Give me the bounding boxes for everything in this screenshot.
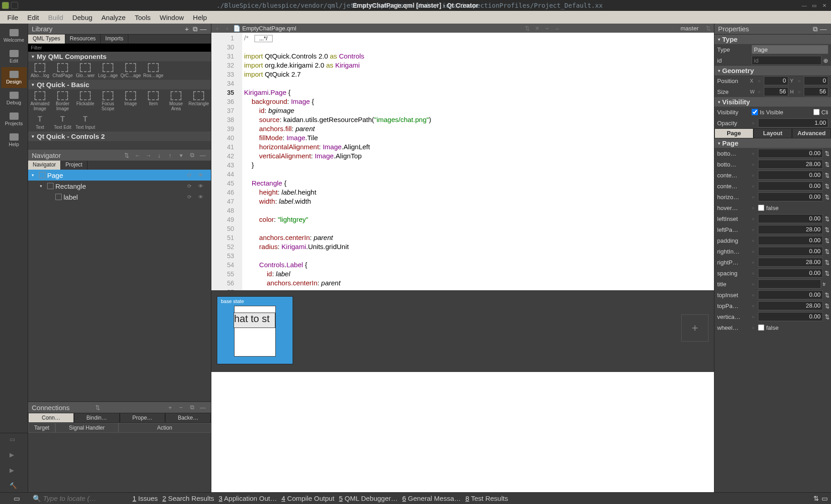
nav-down-icon[interactable]: ↓ (155, 152, 164, 159)
connections-column[interactable]: Target (28, 423, 55, 433)
property-value[interactable]: 0.00 (758, 269, 823, 278)
conn-add-icon[interactable]: + (166, 404, 175, 411)
export-icon[interactable]: ⟳ (187, 183, 196, 189)
type-section[interactable]: Type (714, 34, 831, 44)
run-icon[interactable]: ▶ (10, 451, 19, 459)
property-value[interactable]: 0.00 (758, 214, 823, 223)
connections-column[interactable]: Action (118, 423, 211, 433)
conn-menu-icon[interactable]: ⇅ (93, 404, 103, 411)
id-field[interactable]: id (752, 56, 821, 65)
output-tab[interactable]: 6 General Messa… (401, 494, 463, 502)
nav-menu-icon[interactable]: ⇅ (122, 152, 131, 159)
prop-tab-0[interactable]: Page (714, 128, 753, 138)
connections-tab-0[interactable]: Conn… (28, 413, 74, 423)
navigator-tree[interactable]: ▾Page⟳👁▾Rectangle⟳👁label⟳👁 (28, 170, 211, 401)
library-item[interactable]: Abo…log (29, 63, 51, 78)
nav-fwd-icon[interactable]: → (144, 152, 153, 159)
is-visible-checkbox[interactable] (752, 109, 758, 115)
git-branch[interactable]: master (677, 25, 702, 32)
output-tab[interactable]: 5 QML Debugger… (337, 494, 400, 502)
library-item[interactable]: Mouse Area (165, 91, 187, 111)
code-content[interactable]: /* ...*/ import QtQuick.Controls 2.0 as … (242, 33, 714, 290)
add-icon[interactable]: + (183, 25, 191, 33)
property-value[interactable]: 0.00 (758, 149, 823, 158)
menu-analyze[interactable]: Analyze (97, 14, 130, 21)
id-export-icon[interactable]: ⊕ (823, 57, 828, 64)
opacity-field[interactable]: 1.00 (758, 118, 828, 127)
mode-design[interactable]: Design (1, 67, 27, 88)
library-item[interactable]: Item (142, 91, 164, 111)
nav-collapse-icon[interactable]: — (198, 152, 207, 159)
output-tab[interactable]: 8 Test Results (464, 494, 510, 502)
library-item[interactable]: Ros…age (142, 63, 164, 78)
menu-edit[interactable]: Edit (23, 14, 44, 21)
property-text[interactable] (758, 279, 821, 289)
tab-prev-icon[interactable]: ‹ (213, 25, 221, 32)
property-value[interactable]: 0.00 (758, 171, 823, 180)
library-tab-1[interactable]: Resources (65, 34, 101, 44)
conn-detach-icon[interactable]: ⧉ (187, 404, 196, 411)
prop-detach-icon[interactable]: ⧉ (811, 25, 819, 33)
h-field[interactable]: 56 (804, 87, 828, 96)
connections-column[interactable]: Signal Handler (55, 423, 118, 433)
run-debug-icon[interactable]: ▶ (10, 467, 19, 474)
property-value[interactable]: 0.00 (758, 290, 823, 299)
library-item[interactable]: Glo…wer (74, 63, 96, 78)
detach-icon[interactable]: ⧉ (191, 25, 199, 33)
mode-help[interactable]: Help (1, 130, 27, 151)
build-icon[interactable]: 🔨 (10, 482, 19, 489)
property-value[interactable]: 28.00 (758, 258, 823, 267)
prop-tab-1[interactable]: Layout (753, 128, 792, 138)
library-item[interactable]: Image (120, 91, 142, 111)
nav-node[interactable]: label⟳👁 (28, 191, 211, 202)
nav-filter-icon[interactable]: ▾ (176, 152, 186, 159)
state-base[interactable]: base state hat to st (217, 296, 293, 364)
library-filter[interactable]: Filter (28, 44, 211, 52)
close-icon[interactable]: ✕ (819, 3, 829, 9)
property-checkbox[interactable] (758, 324, 764, 331)
page-section[interactable]: Page (714, 138, 831, 148)
connections-tab-1[interactable]: Bindin… (74, 413, 120, 423)
add-state-button[interactable]: + (681, 314, 709, 342)
minimize-icon[interactable]: — (799, 3, 809, 8)
connections-tab-3[interactable]: Backe… (165, 413, 211, 423)
x-field[interactable]: 0 (764, 76, 788, 85)
split-v-icon[interactable]: ⫠ (553, 25, 562, 32)
library-item[interactable]: Rectangle (188, 91, 210, 111)
tab-next-icon[interactable]: › (223, 25, 231, 32)
property-value[interactable]: 28.00 (758, 225, 823, 234)
visibility-icon[interactable]: 👁 (198, 194, 207, 200)
mode-debug[interactable]: Debug (1, 88, 27, 109)
library-item[interactable]: Focus Scope (97, 91, 119, 111)
geometry-section[interactable]: Geometry (714, 66, 831, 75)
export-icon[interactable]: ⟳ (187, 194, 196, 200)
nav-node[interactable]: ▾Rectangle⟳👁 (28, 181, 211, 191)
library-item[interactable]: Log…age (97, 63, 119, 78)
property-value[interactable]: 28.00 (758, 301, 823, 310)
y-field[interactable]: 0 (804, 76, 828, 85)
prop-tab-2[interactable]: Advanced (792, 128, 831, 138)
fold-gutter[interactable] (237, 33, 242, 290)
property-value[interactable]: 0.00 (758, 192, 823, 201)
mode-projects[interactable]: Projects (1, 109, 27, 130)
menu-tools[interactable]: Tools (130, 14, 155, 21)
library-item[interactable]: Border Image (52, 91, 73, 111)
mode-welcome[interactable]: Welcome (1, 25, 27, 46)
navigator-tab-0[interactable]: Navigator (28, 161, 61, 170)
library-item[interactable]: TText (29, 115, 51, 130)
conn-remove-icon[interactable]: − (176, 404, 186, 411)
file-name[interactable]: EmptyChatPage.qml (242, 25, 296, 32)
toggle-right-icon[interactable]: ▭ (820, 494, 829, 503)
nav-back-icon[interactable]: ← (133, 152, 142, 159)
menu-debug[interactable]: Debug (68, 14, 97, 21)
property-value[interactable]: 0.00 (758, 236, 823, 245)
library-item[interactable]: ChatPage (52, 63, 73, 78)
property-value[interactable]: 0.00 (758, 312, 823, 321)
library-section[interactable]: My QML Components (28, 52, 211, 61)
export-icon[interactable]: ⟳ (187, 172, 196, 178)
menu-help[interactable]: Help (188, 14, 211, 21)
library-item[interactable]: QrC…age (120, 63, 142, 78)
nav-node[interactable]: ▾Page⟳👁 (28, 170, 211, 181)
output-tab[interactable]: 4 Compile Output (280, 494, 337, 502)
split-h-icon[interactable]: ⫟ (543, 25, 552, 32)
